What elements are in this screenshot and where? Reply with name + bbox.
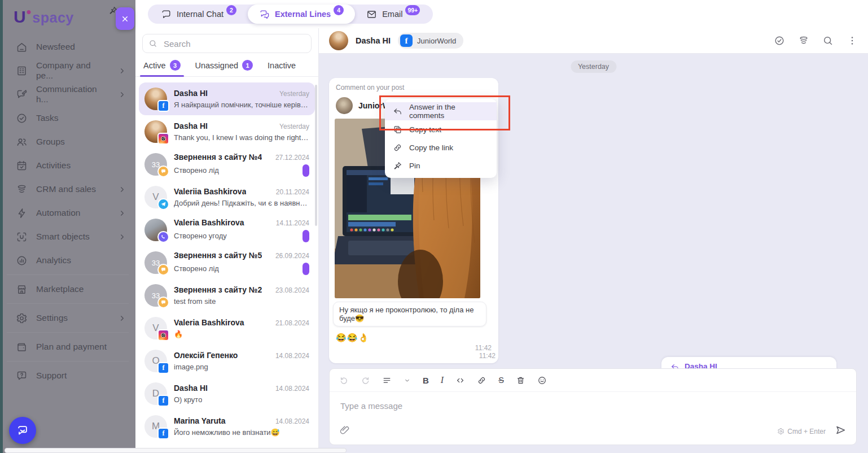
sidebar-item-automation[interactable]: Automation	[0, 201, 135, 225]
tab-label: Internal Chat	[177, 10, 223, 19]
chat-item-name: Олексій Гепенко	[174, 351, 238, 360]
sidebar-item-support[interactable]: Support	[0, 364, 135, 387]
close-drawer-button[interactable]	[116, 7, 134, 30]
paperclip-icon	[339, 425, 350, 435]
align-left-button[interactable]	[382, 376, 392, 385]
chevron-right-icon	[118, 314, 126, 323]
sidebar-item-smart-objects[interactable]: Smart objects	[0, 225, 135, 249]
sidebar-item-label: Activities	[36, 160, 71, 171]
trash-icon	[516, 376, 525, 385]
sidebar-item-activities[interactable]: Activities	[0, 154, 135, 177]
undo-icon	[339, 376, 349, 385]
attach-button[interactable]	[339, 425, 350, 438]
chat-list-item[interactable]: OfОлексій Гепенко14.08.2024image.png	[139, 345, 315, 377]
chat-list-item[interactable]: 33Звернення з сайту №526.09.2024Створено…	[139, 246, 315, 279]
chat-list-item[interactable]: MfMarina Yaruta14.08.2024Його неможливо …	[139, 410, 315, 443]
livechat-badge-icon	[157, 297, 169, 308]
sidebar-item-plan-and-payment[interactable]: Plan and payment	[0, 335, 135, 359]
chevron-down-button[interactable]	[404, 377, 411, 384]
undo-button[interactable]	[339, 376, 349, 385]
funnel-icon[interactable]	[798, 35, 809, 46]
chat-item-main: Valeriia Bashkirova20.11.2024Добрий день…	[174, 187, 309, 207]
menu-item-copy-text[interactable]: Copy text	[385, 120, 497, 138]
avatar: Df	[144, 382, 167, 405]
sidebar-item-analytics[interactable]: Analytics	[0, 249, 135, 272]
tab-label: Email	[382, 10, 402, 19]
filter-tab-active[interactable]: Active3	[143, 60, 181, 76]
tab-badge: 2	[226, 5, 236, 15]
chat-list-item[interactable]: VValeriia Bashkirova20.11.2024Добрий ден…	[139, 181, 315, 214]
sidebar-item-marketplace[interactable]: Marketplace	[0, 277, 135, 301]
chat-list-item[interactable]: DfDasha HI14.08.2024О) круто	[139, 377, 315, 410]
sidebar-item-newsfeed[interactable]: Newsfeed	[0, 35, 135, 59]
channel-tabs: Internal Chat2External Lines4Email99+	[148, 5, 433, 24]
chatlist-scrollbar[interactable]	[315, 85, 317, 226]
bold-button[interactable]: B	[423, 376, 429, 385]
sidebar: U●spacy NewsfeedCompany and pe...Communi…	[0, 0, 135, 453]
shortcut-hint: Cmd + Enter	[777, 428, 826, 435]
filter-tab-inactive[interactable]: Inactive	[268, 60, 296, 76]
tab-internal-chat[interactable]: Internal Chat2	[150, 5, 248, 24]
menu-item-answer-in-the-comments[interactable]: Answer in the comments	[385, 102, 497, 120]
chat-list: fDasha HIYesterdayЯ найкращий помічник, …	[135, 79, 318, 453]
avatar: Of	[144, 350, 167, 372]
composer-input-area	[330, 392, 856, 411]
sidebar-item-communication-h[interactable]: Communication h...	[0, 82, 135, 106]
sidebar-item-groups[interactable]: Groups	[0, 130, 135, 154]
chat-item-name: Dasha HI	[174, 89, 208, 98]
chat-item-time: 21.08.2024	[275, 319, 309, 327]
chat-item-name: Valeria Bashkirova	[174, 218, 244, 227]
chat-item-main: Dasha HI14.08.2024О) круто	[174, 384, 309, 404]
sidebar-item-company-and-pe[interactable]: Company and pe...	[0, 59, 135, 82]
unread-indicator	[303, 230, 309, 242]
viber-badge-icon	[157, 231, 169, 243]
emoji-button[interactable]	[537, 376, 547, 385]
menu-item-label: Copy text	[409, 125, 441, 134]
avatar: V	[144, 186, 167, 208]
filter-tab-unassigned[interactable]: Unassigned1	[195, 60, 253, 76]
close-icon	[121, 15, 129, 23]
message-input[interactable]	[339, 400, 849, 411]
kebab-menu-icon[interactable]	[847, 35, 858, 46]
code-button[interactable]	[455, 376, 465, 385]
menu-item-copy-the-link[interactable]: Copy the link	[385, 138, 497, 156]
chat-list-item[interactable]: 33Звернення з сайту №427.12.2024Створено…	[139, 148, 315, 181]
menu-item-pin[interactable]: Pin	[385, 156, 497, 175]
trash-button[interactable]	[516, 376, 525, 385]
sidebar-item-tasks[interactable]: Tasks	[0, 106, 135, 130]
context-menu: Answer in the commentsCopy textCopy the …	[385, 99, 497, 178]
horizontal-scrollbar[interactable]	[5, 448, 347, 453]
sidebar-item-settings[interactable]: Settings	[0, 306, 135, 330]
chat-bubble-icon	[161, 9, 172, 20]
message-reactions[interactable]: 😂😂👌	[336, 333, 492, 343]
reply-icon	[393, 107, 402, 116]
check-circle-icon[interactable]	[774, 35, 785, 46]
chat-list-item[interactable]: VValeria Bashkirova21.08.2024🔥	[139, 312, 315, 345]
sidebar-item-crm-and-sales[interactable]: CRM and sales	[0, 177, 135, 201]
chat-item-main: Marina Yaruta14.08.2024Його неможливо не…	[174, 416, 309, 437]
sidebar-item-label: Communication h...	[36, 84, 109, 104]
chat-item-preview: О) круто	[174, 395, 202, 404]
chat-launcher-icon	[16, 424, 29, 437]
instagram-badge-icon	[157, 329, 169, 341]
chat-list-item[interactable]: Dasha HIYesterdayThank you, I knew I was…	[139, 115, 315, 148]
message-time-secondary: 11:42	[336, 352, 496, 360]
redo-button[interactable]	[361, 376, 370, 385]
chat-list-item[interactable]: 33Звернення з сайту №223.08.2024test fro…	[139, 279, 315, 312]
search-chat-icon[interactable]	[822, 35, 834, 46]
send-button[interactable]	[835, 424, 847, 438]
strikethrough-button[interactable]: S	[498, 376, 504, 385]
search-field[interactable]	[142, 34, 312, 53]
search-input[interactable]	[163, 38, 305, 49]
tab-external-lines[interactable]: External Lines4	[248, 5, 355, 24]
messenger-launcher-button[interactable]	[9, 417, 36, 444]
channel-chip[interactable]: f JuniorWorld	[398, 33, 463, 49]
italic-button[interactable]: I	[441, 375, 444, 385]
tab-email[interactable]: Email99+	[355, 5, 431, 24]
link-button[interactable]	[477, 376, 486, 385]
chevron-down-icon	[404, 377, 411, 384]
chat-list-item[interactable]: fDasha HIYesterdayЯ найкращий помічник, …	[139, 82, 315, 115]
sidebar-item-label: Tasks	[36, 113, 59, 123]
chat-list-item[interactable]: Valeria Bashkirova14.11.2024Створено уго…	[139, 214, 315, 246]
author-avatar	[336, 97, 353, 114]
